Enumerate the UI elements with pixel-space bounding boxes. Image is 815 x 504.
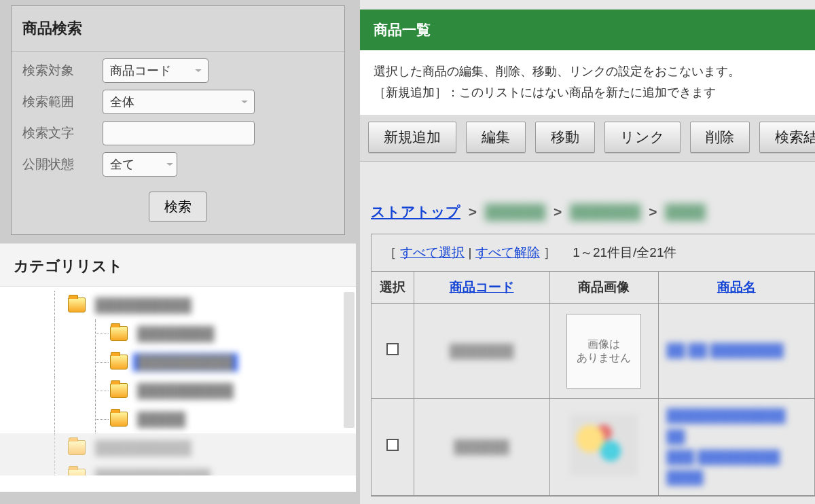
search-label-text: 検索文字 bbox=[22, 124, 103, 142]
breadcrumb: ストアトップ > ██████ > ███████ > ████ bbox=[360, 162, 815, 234]
category-list-panel: カテゴリリスト - ██████████ ████████ ██████████ bbox=[0, 243, 356, 492]
search-status-select[interactable]: 全て bbox=[103, 152, 177, 177]
folder-icon bbox=[110, 412, 128, 427]
table-row: ██████ █████████████ ██ ███ █████████ ██… bbox=[372, 399, 815, 496]
folder-icon bbox=[68, 469, 86, 475]
folder-icon bbox=[68, 298, 86, 312]
tree-row[interactable]: - ██████████ bbox=[0, 291, 356, 319]
record-count: 1～21件目/全21件 bbox=[560, 245, 676, 259]
right-panel: 商品一覧 選択した商品の編集、削除、移動、リンクの設定をおこないます。 ［新規追… bbox=[360, 0, 815, 504]
cell-code: ██████ bbox=[454, 439, 509, 454]
no-image-placeholder: 画像は ありません bbox=[566, 314, 641, 389]
breadcrumb-top-link[interactable]: ストアトップ bbox=[371, 204, 460, 219]
scrollbar[interactable] bbox=[344, 292, 355, 428]
breadcrumb-item[interactable]: ██████ bbox=[485, 204, 545, 219]
product-search-box: 商品検索 検索対象 商品コード 検索範囲 全体 検索文字 公開状態 bbox=[11, 5, 345, 235]
search-label-status: 公開状態 bbox=[22, 156, 103, 173]
th-image: 商品画像 bbox=[549, 272, 658, 304]
new-add-button[interactable]: 新規追加 bbox=[368, 122, 456, 153]
deselect-all-link[interactable]: すべて解除 bbox=[475, 245, 540, 259]
th-code-link[interactable]: 商品コード bbox=[450, 280, 514, 294]
search-button[interactable]: 検索 bbox=[149, 192, 207, 222]
tree-row[interactable]: ██████████ bbox=[0, 348, 356, 376]
grid-control-bar: ［ すべて選択 | すべて解除 ］ 1～21件目/全21件 bbox=[372, 234, 815, 272]
cell-name[interactable]: ██ ██ ████████ bbox=[663, 340, 811, 361]
left-panel: 商品検索 検索対象 商品コード 検索範囲 全体 検索文字 公開状態 bbox=[0, 0, 356, 504]
description-line2: ［新規追加］：このリストにはない商品を新たに追加できます bbox=[374, 82, 801, 103]
tree-row[interactable]: ██████████ bbox=[0, 433, 356, 462]
folder-icon bbox=[110, 383, 128, 398]
search-row-text: 検索文字 bbox=[12, 114, 344, 145]
product-list-title: 商品一覧 bbox=[360, 10, 815, 50]
category-list-title: カテゴリリスト bbox=[0, 244, 356, 287]
search-target-select[interactable]: 商品コード bbox=[103, 58, 209, 83]
bracket-open: ［ bbox=[384, 245, 397, 259]
search-result-button[interactable]: 検索結果を bbox=[759, 122, 815, 153]
product-thumbnail bbox=[570, 414, 638, 475]
move-button[interactable]: 移動 bbox=[535, 122, 595, 153]
folder-icon bbox=[110, 355, 128, 370]
breadcrumb-sep: > bbox=[649, 204, 657, 219]
delete-button[interactable]: 削除 bbox=[690, 122, 750, 153]
search-scope-select[interactable]: 全体 bbox=[103, 90, 255, 114]
cell-code: ███████ bbox=[450, 344, 513, 358]
action-button-row: 新規追加 編集 移動 リンク 削除 検索結果を bbox=[360, 115, 815, 162]
breadcrumb-item: ████ bbox=[665, 204, 706, 219]
description-area: 選択した商品の編集、削除、移動、リンクの設定をおこないます。 ［新規追加］：この… bbox=[360, 50, 815, 115]
edit-button[interactable]: 編集 bbox=[466, 122, 526, 153]
tree-row[interactable]: █████ bbox=[0, 405, 356, 433]
product-grid-box: ［ すべて選択 | すべて解除 ］ 1～21件目/全21件 選択 商品コード 商… bbox=[371, 234, 815, 497]
search-title: 商品検索 bbox=[12, 6, 344, 52]
search-text-input[interactable] bbox=[103, 121, 255, 145]
tree-label[interactable]: ████████ bbox=[133, 325, 218, 343]
cell-name[interactable]: █████████████ ██ ███ █████████ ████ bbox=[663, 406, 811, 488]
product-table: 選択 商品コード 商品画像 商品名 ███████ 画像は ありません bbox=[372, 272, 815, 496]
table-row: ███████ 画像は ありません ██ ██ ████████ bbox=[372, 304, 815, 399]
search-label-scope: 検索範囲 bbox=[22, 93, 103, 111]
search-row-status: 公開状態 全て bbox=[12, 145, 344, 177]
breadcrumb-sep: > bbox=[554, 204, 562, 219]
search-row-target: 検索対象 商品コード bbox=[12, 52, 344, 83]
breadcrumb-sep: > bbox=[469, 204, 477, 219]
tree-row[interactable]: ██████████ bbox=[0, 376, 356, 405]
breadcrumb-item[interactable]: ███████ bbox=[570, 204, 640, 219]
row-checkbox[interactable] bbox=[386, 439, 399, 451]
tree-row[interactable]: ████████ bbox=[0, 319, 356, 348]
tree-label-selected[interactable]: ██████████ bbox=[133, 353, 238, 372]
th-select: 選択 bbox=[372, 272, 414, 304]
tree-label[interactable]: █████ bbox=[133, 410, 189, 429]
tree-label[interactable]: ██████████ bbox=[91, 296, 196, 314]
select-all-link[interactable]: すべて選択 bbox=[400, 245, 465, 259]
category-tree: - ██████████ ████████ ██████████ ███████… bbox=[0, 287, 356, 475]
tree-label[interactable]: ██████████ bbox=[133, 382, 238, 400]
description-line1: 選択した商品の編集、削除、移動、リンクの設定をおこないます。 bbox=[374, 61, 801, 82]
bar: | bbox=[469, 245, 475, 259]
folder-icon bbox=[68, 440, 86, 455]
tree-row[interactable]: ████████████ bbox=[0, 462, 356, 475]
link-button[interactable]: リンク bbox=[604, 122, 681, 153]
tree-label[interactable]: ██████████ bbox=[91, 439, 196, 457]
search-row-scope: 検索範囲 全体 bbox=[12, 83, 344, 114]
bracket-close: ］ bbox=[543, 245, 556, 259]
row-checkbox[interactable] bbox=[386, 343, 399, 355]
tree-label[interactable]: ████████████ bbox=[91, 467, 215, 476]
th-name-link[interactable]: 商品名 bbox=[717, 280, 756, 294]
search-label-target: 検索対象 bbox=[22, 62, 103, 79]
folder-icon bbox=[110, 326, 128, 341]
